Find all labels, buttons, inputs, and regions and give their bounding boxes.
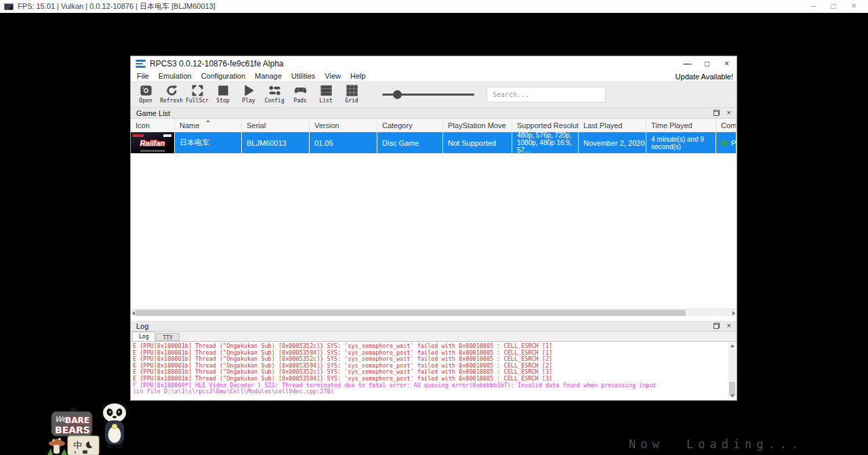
now-loading-text: Now Loading...	[629, 437, 803, 451]
logo-badge: We BARE BEARS	[51, 408, 92, 436]
we-bare-bears-logo: We BARE BEARS 中	[47, 402, 136, 455]
column-psmove[interactable]: PlayStation Move	[443, 119, 512, 132]
menu-manage[interactable]: Manage	[250, 71, 287, 81]
grid-view-button[interactable]: Grid	[339, 82, 365, 107]
logo-card: 中	[68, 436, 99, 455]
close-button[interactable]: ×	[717, 56, 737, 71]
icon-size-slider[interactable]	[382, 88, 474, 102]
column-name[interactable]: Name	[175, 119, 242, 132]
scrollbar-thumb[interactable]	[729, 382, 735, 395]
log-panel-title: Log	[136, 322, 148, 330]
cell-serial: BLJM60013	[242, 132, 310, 153]
refresh-icon	[165, 84, 178, 97]
menu-help[interactable]: Help	[346, 71, 371, 81]
column-compat[interactable]: Compat	[716, 119, 737, 132]
vertical-scrollbar[interactable]	[728, 342, 736, 399]
menu-emulation[interactable]: Emulation	[154, 71, 197, 81]
grid-icon	[346, 84, 358, 97]
game-icon-cell: Railfan	[131, 132, 175, 153]
mushroom	[47, 438, 67, 455]
column-category[interactable]: Category	[377, 119, 443, 132]
panda-character	[102, 403, 128, 448]
cell-compat: Play	[716, 132, 737, 153]
fullscreen-button[interactable]: FullScr	[184, 82, 210, 107]
rpcs3-logo-icon	[136, 60, 146, 68]
cell-last-played: November 2, 2020	[579, 132, 646, 153]
menu-file[interactable]: File	[132, 71, 154, 81]
log-panel-header: Log ×	[131, 321, 737, 332]
os-maximize-button[interactable]: □	[823, 0, 844, 13]
float-panel-icon[interactable]	[714, 110, 720, 116]
svg-text:BARE: BARE	[65, 416, 89, 425]
scroll-down-icon[interactable]	[730, 395, 735, 397]
titlebar[interactable]: RPCS3 0.0.12-10876-fe9c61fe Alpha — □ ×	[131, 56, 737, 71]
scroll-up-icon[interactable]	[730, 344, 735, 347]
game-list-body: Railfan 日本电车 BLJM60013 01.05 Disc Game N…	[131, 132, 737, 309]
game-list-panel-header: Game List ×	[131, 108, 737, 119]
cell-category: Disc Game	[377, 132, 443, 153]
game-list-panel-title: Game List	[136, 109, 170, 117]
log-line: (in file D:\a\1\s\rpcs3\Emu\Cell\Modules…	[133, 389, 726, 395]
stop-button[interactable]: Stop	[210, 82, 236, 107]
tab-log[interactable]: Log	[132, 332, 155, 341]
os-window-title: FPS: 15.01 | Vulkan | 0.0.12-10876 | 日本电…	[18, 1, 215, 12]
column-version[interactable]: Version	[310, 119, 377, 132]
sort-ascending-icon	[206, 119, 210, 122]
tab-tty[interactable]: TTY	[156, 333, 179, 341]
log-output: E {PPU[0x100001b] Thread ("Ongakukan Sub…	[131, 342, 737, 400]
menu-utilities[interactable]: Utilities	[287, 71, 320, 81]
log-tabbar: Log TTY	[131, 332, 737, 342]
list-view-button[interactable]: List	[313, 82, 339, 107]
screen: FPS: 15.01 | Vulkan | 0.0.12-10876 | 日本电…	[0, 0, 868, 455]
list-icon	[320, 84, 333, 97]
scrollbar-thumb[interactable]	[136, 310, 686, 316]
os-minimize-button[interactable]: –	[803, 0, 823, 13]
horizontal-scrollbar[interactable]	[131, 309, 737, 316]
scroll-right-icon[interactable]	[732, 311, 735, 315]
column-resolutions[interactable]: Supported Resolutions	[512, 119, 579, 132]
menu-view[interactable]: View	[320, 71, 346, 81]
column-icon[interactable]: Icon	[131, 119, 175, 132]
os-close-button[interactable]: ×	[844, 0, 864, 13]
play-button[interactable]: Play	[236, 82, 262, 107]
column-last-played[interactable]: Last Played	[579, 119, 646, 132]
pads-button[interactable]: Pads	[287, 82, 313, 107]
config-button[interactable]: Config	[262, 82, 287, 107]
compat-status-icon	[721, 140, 728, 146]
float-panel-icon[interactable]	[714, 323, 720, 329]
slider-handle[interactable]	[393, 90, 402, 99]
cell-resolutions: 480p, 576p, 720p, 1080p, 480p 16:9, 57..…	[512, 132, 579, 153]
maximize-button[interactable]: □	[697, 56, 717, 71]
open-button[interactable]: Open	[133, 82, 159, 107]
game-list-header: Icon Name Serial Version Category PlaySt…	[131, 119, 737, 132]
fullscreen-icon	[191, 84, 204, 97]
close-panel-icon[interactable]: ×	[727, 110, 731, 116]
close-panel-icon[interactable]: ×	[727, 323, 731, 329]
cell-psmove: Not Supported	[443, 132, 512, 153]
window-thumbnail-icon	[4, 3, 14, 10]
search-input[interactable]	[487, 87, 606, 102]
stop-icon	[217, 84, 230, 97]
toolbar: Open Refresh FullScr Stop	[131, 81, 737, 108]
config-icon	[268, 84, 281, 97]
svg-text:BEARS: BEARS	[55, 424, 90, 435]
update-available-link[interactable]: Update Available!	[676, 73, 737, 81]
cell-version: 01.05	[310, 132, 377, 153]
cell-name: 日本电车	[175, 132, 242, 153]
menu-bar: File Emulation Configuration Manage Util…	[131, 71, 737, 81]
menu-configuration[interactable]: Configuration	[197, 71, 250, 81]
gamepad-icon	[294, 84, 307, 97]
column-time-played[interactable]: Time Played	[646, 119, 716, 132]
rpcs3-window: RPCS3 0.0.12-10876-fe9c61fe Alpha — □ × …	[130, 56, 737, 401]
svg-text:中: 中	[73, 440, 82, 450]
window-title: RPCS3 0.0.12-10876-fe9c61fe Alpha	[150, 59, 283, 68]
play-icon	[243, 84, 255, 97]
minimize-button[interactable]: —	[678, 56, 697, 71]
cell-time-played: 4 minute(s) and 9 second(s)	[646, 132, 716, 153]
os-taskbar: FPS: 15.01 | Vulkan | 0.0.12-10876 | 日本电…	[0, 0, 868, 13]
scroll-left-icon[interactable]	[132, 311, 135, 315]
table-row[interactable]: Railfan 日本电车 BLJM60013 01.05 Disc Game N…	[131, 132, 737, 153]
refresh-button[interactable]: Refresh	[159, 82, 184, 107]
open-icon	[140, 84, 152, 97]
column-serial[interactable]: Serial	[242, 119, 310, 132]
